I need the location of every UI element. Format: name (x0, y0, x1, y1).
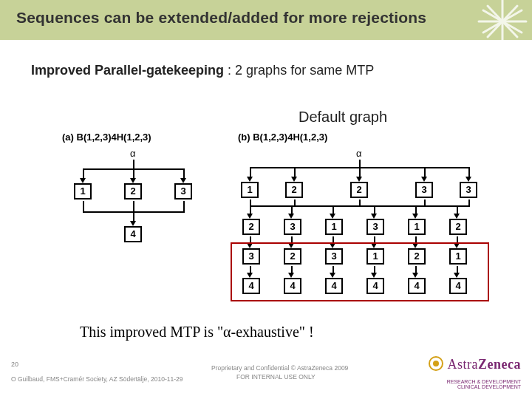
alpha-label-a: α (130, 148, 136, 159)
default-graph-label: Default graph (299, 109, 387, 126)
cell: 1 (408, 219, 426, 235)
conclusion-post: -exhaustive" ! (231, 324, 314, 340)
stem (183, 201, 185, 211)
slide-header: Sequences can be extended/added for more… (0, 0, 532, 43)
footer-confidential-1: Proprietary and Confidential © AstraZene… (211, 364, 348, 372)
node: 2 (350, 182, 368, 198)
stem (133, 168, 134, 179)
logo-text-z: Zeneca (478, 357, 521, 372)
arrow-down-icon (454, 214, 460, 219)
arrow-down-icon (180, 178, 186, 183)
stem (468, 200, 470, 205)
stem (424, 200, 426, 205)
subtitle-rest: : 2 graphs for same MTP (224, 63, 374, 78)
astrazeneca-logo: AstraZeneca (428, 355, 521, 372)
cell: 3 (284, 219, 301, 235)
stem (424, 167, 426, 177)
slide-title: Sequences can be extended/added for more… (16, 9, 426, 27)
arrow-down-icon (466, 177, 471, 182)
rd-tagline: RESEARCH & DEVELOPMENT CLINICAL DEVELOPM… (447, 379, 521, 390)
stem (359, 200, 361, 205)
az-mark-icon (428, 355, 444, 372)
stem (183, 168, 185, 179)
stem (133, 160, 134, 168)
subtitle: Improved Parallel-gatekeeping : 2 graphs… (31, 63, 374, 78)
cell: 2 (449, 219, 467, 235)
figure-a-label: (a) B(1,2,3)4H(1,2,3) (62, 132, 151, 143)
arrow-down-icon (247, 177, 253, 182)
node: 2 (124, 183, 142, 200)
node: 2 (285, 182, 303, 198)
arrow-down-icon (288, 214, 294, 219)
rd-line-2: CLINICAL DEVELOPMENT (447, 384, 521, 390)
subtitle-strong: Improved Parallel-gatekeeping (31, 63, 224, 78)
node: 3 (174, 183, 192, 200)
stem (133, 201, 134, 211)
arrow-down-icon (412, 214, 418, 219)
highlight-box (231, 242, 489, 301)
figure-b-label: (b) B(1,2,3)4H(1,2,3) (238, 132, 327, 143)
figure: (a) B(1,2,3)4H(1,2,3) α 1 2 3 4 (b) B(1,… (59, 132, 480, 307)
stem (83, 168, 84, 179)
stem (250, 205, 470, 207)
stem (468, 167, 470, 177)
footer-credit: O Guilbaud, FMS+Cramér Society, AZ Söder… (11, 375, 183, 383)
stem (294, 167, 296, 177)
stem (294, 200, 296, 205)
arrow-down-icon (291, 177, 297, 182)
arrow-down-icon (80, 178, 86, 183)
stem (359, 160, 361, 167)
header-decor-icon (473, 0, 532, 43)
node: 3 (460, 182, 477, 198)
footer-confidential-2: FOR INTERNAL USE ONLY (236, 373, 316, 381)
perm-row-1: 2 3 1 3 1 2 (236, 219, 482, 239)
cell: 1 (325, 219, 343, 235)
svg-point-1 (433, 361, 439, 366)
node: 4 (124, 226, 142, 242)
arrow-down-icon (371, 214, 377, 219)
stem (359, 167, 361, 177)
arrow-down-icon (356, 177, 362, 182)
arrow-down-icon (330, 214, 335, 219)
node: 3 (415, 182, 433, 198)
rd-line-1: RESEARCH & DEVELOPMENT (447, 379, 521, 385)
node: 1 (74, 183, 92, 200)
alpha-label-b: α (356, 148, 362, 159)
stem (250, 200, 251, 205)
arrow-down-icon (421, 177, 427, 182)
stem (250, 167, 251, 177)
alpha-symbol: α (223, 324, 231, 340)
arrow-down-icon (130, 221, 136, 226)
cell: 3 (366, 219, 384, 235)
logo-text-a: Astra (448, 357, 479, 372)
page-number: 20 (11, 361, 18, 368)
arrow-down-icon (130, 178, 136, 183)
arrow-down-icon (247, 214, 253, 219)
node: 1 (241, 182, 259, 198)
conclusion-pre: This improved MTP is " (80, 324, 223, 340)
cell: 2 (242, 219, 260, 235)
stem (133, 211, 134, 222)
figure-a: (a) B(1,2,3)4H(1,2,3) α 1 2 3 4 (59, 132, 217, 307)
stem (83, 201, 84, 211)
conclusion: This improved MTP is "α-exhaustive" ! (80, 324, 314, 341)
